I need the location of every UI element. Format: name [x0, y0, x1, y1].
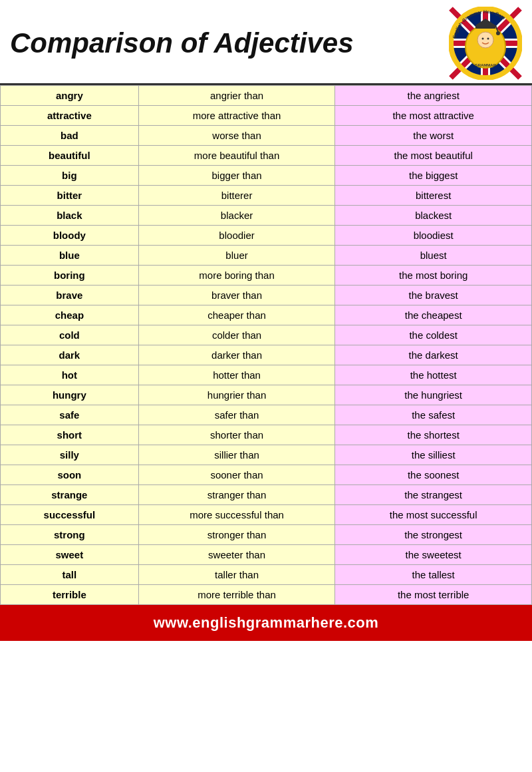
- comparative-cell: more beautiful than: [138, 146, 335, 166]
- comparative-cell: worse than: [138, 126, 335, 146]
- adjective-cell: terrible: [1, 585, 139, 605]
- superlative-cell: the bravest: [335, 286, 532, 305]
- svg-rect-12: [475, 25, 495, 29]
- adjective-cell: beautiful: [1, 146, 139, 166]
- adjective-cell: bloody: [1, 226, 139, 246]
- superlative-cell: the silliest: [335, 445, 532, 465]
- comparative-cell: stranger than: [138, 485, 335, 505]
- adjective-cell: bad: [1, 126, 139, 146]
- table-row: bigbigger thanthe biggest: [1, 166, 532, 186]
- adjective-cell: black: [1, 206, 139, 226]
- superlative-cell: the most terrible: [335, 585, 532, 605]
- superlative-cell: the tallest: [335, 565, 532, 585]
- comparative-cell: angrier than: [138, 86, 335, 106]
- superlative-cell: the sweetest: [335, 545, 532, 565]
- superlative-cell: the hungriest: [335, 385, 532, 405]
- table-row: safesafer thanthe safest: [1, 405, 532, 425]
- comparative-cell: blacker: [138, 206, 335, 226]
- adjective-cell: bitter: [1, 186, 139, 206]
- comparative-cell: more boring than: [138, 266, 335, 286]
- adjective-cell: successful: [1, 505, 139, 525]
- table-row: shortshorter thanthe shortest: [1, 425, 532, 445]
- footer-url: www.englishgrammarhere.com: [154, 614, 379, 631]
- superlative-cell: the worst: [335, 126, 532, 146]
- adjective-cell: hot: [1, 365, 139, 385]
- adjective-cell: cold: [1, 325, 139, 345]
- comparative-cell: bigger than: [138, 166, 335, 186]
- superlative-cell: the cheapest: [335, 305, 532, 325]
- adjective-cell: angry: [1, 86, 139, 106]
- adjective-cell: cheap: [1, 305, 139, 325]
- svg-point-15: [496, 31, 500, 35]
- table-row: blackblackerblackest: [1, 206, 532, 226]
- comparative-cell: bloodier: [138, 226, 335, 246]
- comparative-cell: shorter than: [138, 425, 335, 445]
- adjective-cell: sweet: [1, 545, 139, 565]
- superlative-cell: bluest: [335, 246, 532, 266]
- svg-text:GRAMMAR: GRAMMAR: [475, 63, 497, 67]
- adjective-cell: strange: [1, 485, 139, 505]
- comparative-cell: taller than: [138, 565, 335, 585]
- page-title: Comparison of Adjectives: [10, 27, 354, 59]
- superlative-cell: the strongest: [335, 525, 532, 545]
- superlative-cell: the most successful: [335, 505, 532, 525]
- table-row: cheapcheaper thanthe cheapest: [1, 305, 532, 325]
- superlative-cell: bitterest: [335, 186, 532, 206]
- adjective-cell: tall: [1, 565, 139, 585]
- table-row: strangestranger thanthe strangest: [1, 485, 532, 505]
- adjective-cell: strong: [1, 525, 139, 545]
- table-row: hothotter thanthe hottest: [1, 365, 532, 385]
- table-row: strongstronger thanthe strongest: [1, 525, 532, 545]
- table-row: terriblemore terrible thanthe most terri…: [1, 585, 532, 605]
- comparative-cell: cheaper than: [138, 305, 335, 325]
- table-row: sweetsweeter thanthe sweetest: [1, 545, 532, 565]
- adjective-cell: attractive: [1, 106, 139, 126]
- superlative-cell: the most boring: [335, 266, 532, 286]
- adjective-cell: big: [1, 166, 139, 186]
- header: Comparison of Adjectives Englis: [0, 0, 532, 85]
- table-row: darkdarker thanthe darkest: [1, 345, 532, 365]
- comparative-cell: more terrible than: [138, 585, 335, 605]
- comparative-cell: bluer: [138, 246, 335, 266]
- svg-point-18: [487, 38, 489, 40]
- table-row: bluebluerbluest: [1, 246, 532, 266]
- superlative-cell: the hottest: [335, 365, 532, 385]
- superlative-cell: the most beautiful: [335, 146, 532, 166]
- table-row: badworse thanthe worst: [1, 126, 532, 146]
- superlative-cell: the strangest: [335, 485, 532, 505]
- adjective-cell: soon: [1, 465, 139, 485]
- table-row: coldcolder thanthe coldest: [1, 325, 532, 345]
- footer: www.englishgrammarhere.com: [0, 605, 532, 641]
- table-wrapper: angryangrier thanthe angriestattractivem…: [0, 85, 532, 605]
- table-row: angryangrier thanthe angriest: [1, 86, 532, 106]
- table-row: hungryhungrier thanthe hungriest: [1, 385, 532, 405]
- comparative-cell: bitterer: [138, 186, 335, 206]
- table-row: soonsooner thanthe soonest: [1, 465, 532, 485]
- superlative-cell: the most attractive: [335, 106, 532, 126]
- superlative-cell: the soonest: [335, 465, 532, 485]
- comparative-cell: more attractive than: [138, 106, 335, 126]
- comparative-cell: more successful than: [138, 505, 335, 525]
- comparative-cell: sillier than: [138, 445, 335, 465]
- comparative-cell: sooner than: [138, 465, 335, 485]
- superlative-cell: the biggest: [335, 166, 532, 186]
- table-row: successfulmore successful thanthe most s…: [1, 505, 532, 525]
- table-row: bravebraver thanthe bravest: [1, 286, 532, 305]
- comparative-cell: braver than: [138, 286, 335, 305]
- adjective-cell: silly: [1, 445, 139, 465]
- comparative-cell: hungrier than: [138, 385, 335, 405]
- superlative-cell: bloodiest: [335, 226, 532, 246]
- comparative-cell: sweeter than: [138, 545, 335, 565]
- superlative-cell: the safest: [335, 405, 532, 425]
- comparative-cell: stronger than: [138, 525, 335, 545]
- superlative-cell: blackest: [335, 206, 532, 226]
- table-row: bitterbittererbitterest: [1, 186, 532, 206]
- adjective-cell: short: [1, 425, 139, 445]
- table-row: sillysillier thanthe silliest: [1, 445, 532, 465]
- adjective-cell: brave: [1, 286, 139, 305]
- table-row: attractivemore attractive thanthe most a…: [1, 106, 532, 126]
- superlative-cell: the darkest: [335, 345, 532, 365]
- adjective-cell: blue: [1, 246, 139, 266]
- superlative-cell: the angriest: [335, 86, 532, 106]
- table-row: talltaller thanthe tallest: [1, 565, 532, 585]
